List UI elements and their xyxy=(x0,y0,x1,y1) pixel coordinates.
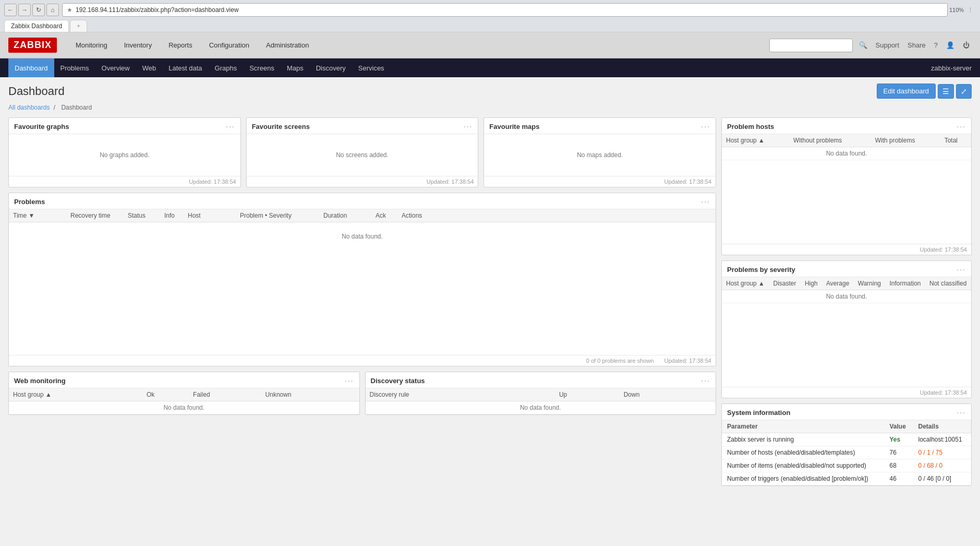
table-row: Number of items (enabled/disabled/not su… xyxy=(722,459,971,472)
pbs-updated: Updated: 17:38:54 xyxy=(919,389,967,396)
pbs-col-warning: Warning xyxy=(854,277,886,290)
discovery-status-title: Discovery status xyxy=(371,377,425,385)
sub-navigation: Dashboard Problems Overview Web Latest d… xyxy=(0,58,980,77)
discovery-status-widget: Discovery status ··· Discovery rule Up D… xyxy=(365,372,717,415)
search-icon[interactable]: 🔍 xyxy=(857,39,869,51)
subnav-graphs[interactable]: Graphs xyxy=(209,58,244,77)
web-col-failed: Failed xyxy=(189,388,261,401)
problem-hosts-updated: Updated: 17:38:54 xyxy=(919,246,967,253)
sysinfo-param-3: Number of triggers (enabled/disabled [pr… xyxy=(722,472,885,485)
sysinfo-details-3: 0 / 46 [0 / 0] xyxy=(913,472,972,485)
problems-col-time[interactable]: Time ▼ xyxy=(9,209,66,222)
problem-hosts-menu-btn[interactable]: ··· xyxy=(957,122,966,130)
url-text: 192.168.94.111/zabbix/zabbix.php?action=… xyxy=(76,6,239,14)
discovery-status-menu-btn[interactable]: ··· xyxy=(701,376,710,385)
favourite-graphs-updated: Updated: 17:38:54 xyxy=(189,179,236,185)
reload-button[interactable]: ↻ xyxy=(32,4,45,16)
browser-tab[interactable]: Zabbix Dashboard xyxy=(4,20,69,32)
sysinfo-details-1: 0 / 1 / 75 xyxy=(913,446,972,459)
favourite-graphs-body: No graphs added. xyxy=(9,134,240,176)
subnav-problems[interactable]: Problems xyxy=(54,58,95,77)
web-monitoring-widget: Web monitoring ··· Host group ▲ Ok Faile… xyxy=(8,372,360,415)
nav-administration[interactable]: Administration xyxy=(258,34,317,56)
table-row: No data found. xyxy=(9,401,359,414)
problem-hosts-title: Problem hosts xyxy=(727,123,774,130)
problem-hosts-no-data: No data found. xyxy=(722,147,971,160)
address-bar[interactable]: ★ 192.168.94.111/zabbix/zabbix.php?actio… xyxy=(62,3,948,17)
forward-button[interactable]: → xyxy=(18,4,31,16)
home-button[interactable]: ⌂ xyxy=(46,4,59,16)
breadcrumb: All dashboards / Dashboard xyxy=(8,104,972,111)
pbs-title: Problems by severity xyxy=(727,266,795,274)
edit-dashboard-button[interactable]: Edit dashboard xyxy=(877,84,936,99)
sysinfo-col-parameter: Parameter xyxy=(722,420,885,433)
dashboard-list-view-btn[interactable]: ☰ xyxy=(938,84,954,99)
header-search-input[interactable] xyxy=(769,39,853,52)
sysinfo-param-0: Zabbix server is running xyxy=(722,433,885,446)
problem-hosts-widget: Problem hosts ··· Host group ▲ Without p… xyxy=(721,117,972,255)
breadcrumb-all-dashboards[interactable]: All dashboards xyxy=(8,104,50,111)
web-monitoring-menu-btn[interactable]: ··· xyxy=(345,376,354,385)
favourite-graphs-title: Favourite graphs xyxy=(14,123,69,130)
sysinfo-param-1: Number of hosts (enabled/disabled/templa… xyxy=(722,446,885,459)
subnav-maps[interactable]: Maps xyxy=(281,58,310,77)
favourite-screens-menu-btn[interactable]: ··· xyxy=(464,122,473,130)
table-row: Zabbix server is running Yes localhost:1… xyxy=(722,433,971,446)
logout-icon[interactable]: ⏻ xyxy=(961,39,972,51)
nav-reports[interactable]: Reports xyxy=(160,34,201,56)
share-link[interactable]: Share xyxy=(905,39,928,51)
favourite-maps-updated: Updated: 17:38:54 xyxy=(664,179,711,185)
nav-inventory[interactable]: Inventory xyxy=(116,34,160,56)
support-link[interactable]: Support xyxy=(874,39,902,51)
page-title: Dashboard xyxy=(8,85,65,98)
problems-footer-count: 0 of 0 problems are shown xyxy=(586,358,654,364)
sysinfo-value-3: 46 xyxy=(885,472,913,485)
table-row: Number of hosts (enabled/disabled/templa… xyxy=(722,446,971,459)
pbs-menu-btn[interactable]: ··· xyxy=(957,265,966,274)
subnav-overview[interactable]: Overview xyxy=(95,58,136,77)
subnav-discovery[interactable]: Discovery xyxy=(310,58,352,77)
sysinfo-menu-btn[interactable]: ··· xyxy=(957,408,966,417)
web-no-data: No data found. xyxy=(9,401,359,414)
subnav-dashboard[interactable]: Dashboard xyxy=(8,58,54,77)
dashboard-expand-btn[interactable]: ⤢ xyxy=(956,84,972,99)
favourite-maps-menu-btn[interactable]: ··· xyxy=(701,122,710,130)
sysinfo-details-0: localhost:10051 xyxy=(913,433,972,446)
favourite-maps-empty: No maps added. xyxy=(566,141,633,169)
problems-menu-btn[interactable]: ··· xyxy=(701,197,710,206)
favourite-screens-updated: Updated: 17:38:54 xyxy=(427,179,474,185)
app-logo: ZABBIX xyxy=(8,38,57,53)
favourite-screens-title: Favourite screens xyxy=(252,123,310,130)
favourite-graphs-empty: No graphs added. xyxy=(89,141,160,169)
favourite-screens-widget: Favourite screens ··· No screens added. … xyxy=(246,117,479,187)
nav-configuration[interactable]: Configuration xyxy=(201,34,258,56)
sysinfo-col-value: Value xyxy=(885,420,913,433)
favourite-graphs-menu-btn[interactable]: ··· xyxy=(226,122,235,130)
new-tab-btn[interactable]: + xyxy=(70,20,87,32)
problems-updated: Updated: 17:38:54 xyxy=(664,358,711,364)
sysinfo-value-1: 76 xyxy=(885,446,913,459)
table-row: No data found. xyxy=(722,147,971,160)
problems-col-duration: Duration xyxy=(319,209,371,222)
problems-col-info: Info xyxy=(160,209,184,222)
problems-col-actions: Actions xyxy=(397,209,716,222)
subnav-latest-data[interactable]: Latest data xyxy=(162,58,208,77)
ph-col-without: Without problems xyxy=(789,134,871,147)
user-icon[interactable]: 👤 xyxy=(944,39,957,51)
back-button[interactable]: ← xyxy=(4,4,17,16)
main-navigation: Monitoring Inventory Reports Configurati… xyxy=(67,34,769,56)
help-icon[interactable]: ? xyxy=(932,39,940,51)
subnav-web[interactable]: Web xyxy=(136,58,163,77)
browser-menu-btn[interactable]: ⋮ xyxy=(964,4,976,16)
nav-monitoring[interactable]: Monitoring xyxy=(67,34,116,56)
problems-title: Problems xyxy=(14,198,45,206)
subnav-services[interactable]: Services xyxy=(352,58,391,77)
problems-col-recovery: Recovery time xyxy=(66,209,124,222)
zoom-indicator: 110% xyxy=(951,4,962,16)
ph-col-hostgroup[interactable]: Host group ▲ xyxy=(722,134,789,147)
discovery-col-up: Up xyxy=(555,388,620,401)
pbs-no-data: No data found. xyxy=(722,290,971,303)
pbs-col-hostgroup[interactable]: Host group ▲ xyxy=(722,277,769,290)
discovery-col-rule: Discovery rule xyxy=(366,388,555,401)
subnav-screens[interactable]: Screens xyxy=(243,58,281,77)
